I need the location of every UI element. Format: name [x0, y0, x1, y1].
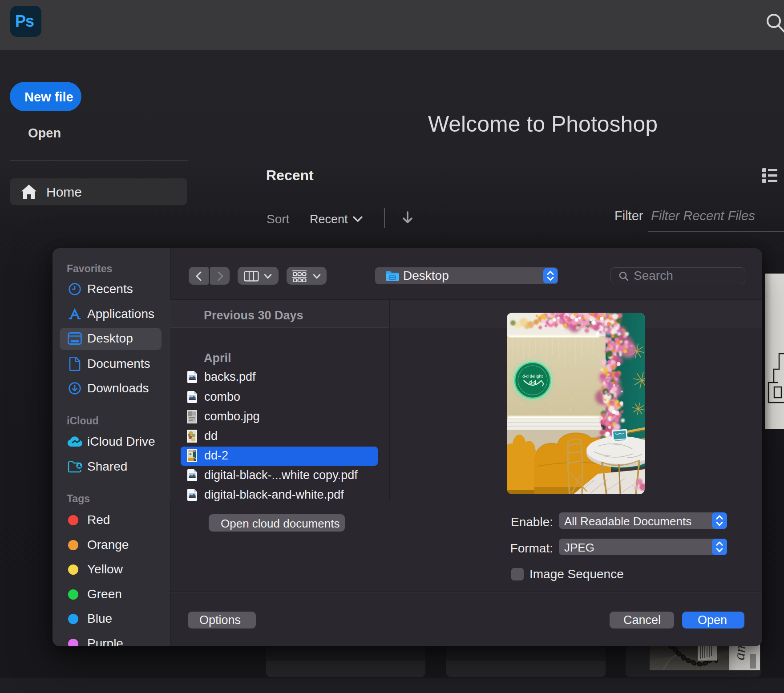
svg-text:d-d delight: d-d delight: [522, 374, 543, 379]
svg-text:d-d: d-d: [529, 380, 536, 385]
